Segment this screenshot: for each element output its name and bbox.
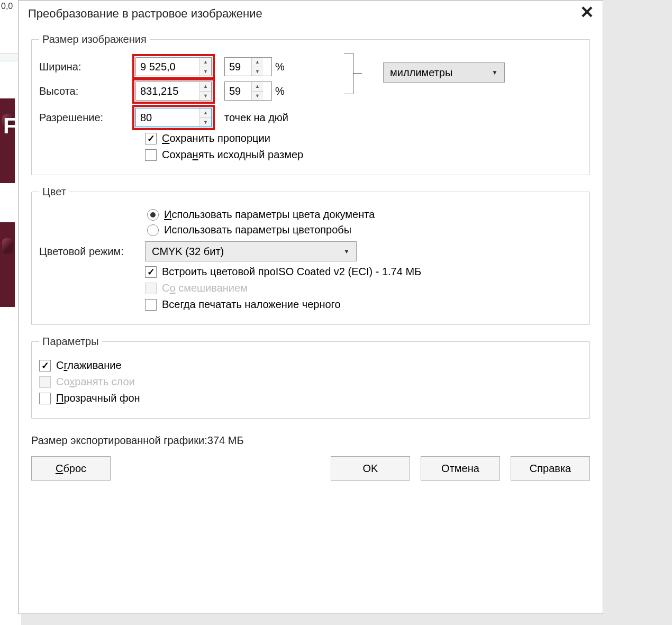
height-input[interactable]: [136, 82, 199, 100]
dithering-checkbox: Со смешиванием: [145, 282, 582, 294]
units-dropdown[interactable]: миллиметры ▼: [383, 62, 505, 83]
params-group: Параметры Сглаживание Сохранять слои Про…: [31, 336, 590, 419]
spinner-down-icon[interactable]: ▼: [252, 92, 263, 101]
resolution-unit: точек на дюй: [224, 112, 288, 124]
checkbox-icon: [145, 133, 157, 144]
height-pct-spinner[interactable]: ▲▼: [224, 81, 272, 101]
pct-symbol: %: [275, 85, 285, 97]
keep-ratio-checkbox[interactable]: ССохранить пропорцииохранить пропорции: [145, 132, 582, 144]
cancel-button[interactable]: Отмена: [421, 456, 500, 481]
dithering-label: Со смешиванием: [162, 282, 248, 294]
dialog-title: Преобразование в растровое изображение: [28, 7, 262, 20]
width-label: Ширина:: [39, 61, 134, 73]
spinner-down-icon[interactable]: ▼: [200, 92, 211, 101]
radio-icon: [147, 224, 159, 236]
color-mode-label: Цветовой режим:: [39, 246, 145, 258]
embed-profile-checkbox[interactable]: Встроить цветовой проISO Coated v2 (ECI)…: [145, 266, 582, 278]
rasterize-dialog: Преобразование в растровое изображение ✕…: [18, 0, 603, 614]
keep-layers-label: Сохранять слои: [56, 376, 135, 388]
width-pct-input[interactable]: [225, 58, 251, 76]
resolution-input[interactable]: [136, 108, 199, 126]
embed-profile-label: Встроить цветовой проISO Coated v2 (ECI)…: [162, 266, 421, 278]
canvas-strip-2: [0, 222, 15, 307]
black-overprint-label: Всегда печатать наложение черного: [162, 298, 341, 311]
help-button[interactable]: Справка: [511, 456, 590, 481]
aspect-link-bracket: [344, 53, 353, 94]
export-size-info: Размер экспортированной графики: 374 МБ: [19, 429, 603, 447]
resolution-label: Разрешение:: [39, 112, 134, 124]
radio-icon: [147, 209, 159, 221]
spinner-up-icon[interactable]: ▲: [252, 82, 263, 92]
transparent-bg-label: Прозрачный фон: [56, 392, 140, 404]
pct-symbol: %: [275, 61, 285, 73]
checkbox-icon: [145, 299, 157, 311]
checkbox-icon: [39, 393, 51, 404]
close-icon: ✕: [580, 3, 594, 22]
color-mode-dropdown[interactable]: CMYK (32 бит) ▼: [145, 241, 357, 261]
spinner-up-icon[interactable]: ▲: [200, 108, 211, 118]
export-size-value: 374 МБ: [207, 434, 244, 447]
color-mode-value: CMYK (32 бит): [152, 246, 224, 258]
resolution-spinner[interactable]: ▲▼: [135, 108, 212, 127]
dialog-titlebar: Преобразование в растровое изображение ✕: [19, 1, 603, 28]
chevron-down-icon: ▼: [343, 248, 350, 255]
spinner-down-icon[interactable]: ▼: [252, 67, 263, 76]
width-pct-spinner[interactable]: ▲▼: [224, 57, 272, 76]
use-proof-color-radio[interactable]: Использовать параметры цветопробы: [147, 224, 582, 236]
use-proof-label: Использовать параметры цветопробы: [164, 224, 351, 236]
spinner-down-icon[interactable]: ▼: [200, 67, 211, 76]
ok-button[interactable]: OK: [331, 456, 410, 481]
spinner-up-icon[interactable]: ▲: [252, 58, 263, 67]
canvas-strip-1: [0, 98, 15, 183]
height-spinner[interactable]: ▲▼: [135, 81, 212, 101]
keep-source-label: Сохранять исходный размер: [162, 149, 303, 161]
close-button[interactable]: ✕: [576, 3, 597, 24]
checkbox-icon: [39, 360, 51, 372]
keep-source-checkbox[interactable]: Сохранять исходный размер: [145, 149, 582, 161]
width-input[interactable]: [136, 58, 199, 76]
color-legend: Цвет: [39, 186, 69, 198]
antialias-label: Сглаживание: [56, 359, 122, 372]
reset-button[interactable]: Сброс: [31, 456, 111, 481]
chevron-down-icon: ▼: [492, 69, 498, 76]
transparent-bg-checkbox[interactable]: Прозрачный фон: [39, 392, 582, 404]
params-legend: Параметры: [39, 336, 102, 348]
keep-layers-checkbox: Сохранять слои: [39, 376, 582, 388]
spinner-up-icon[interactable]: ▲: [200, 58, 211, 67]
spinner-down-icon[interactable]: ▼: [200, 118, 211, 127]
checkbox-icon: [145, 149, 157, 161]
height-label: Высота:: [39, 85, 134, 97]
checkbox-icon: [145, 266, 157, 278]
antialias-checkbox[interactable]: Сглаживание: [39, 359, 582, 372]
black-overprint-checkbox[interactable]: Всегда печатать наложение черного: [145, 298, 582, 311]
width-spinner[interactable]: ▲▼: [135, 57, 212, 76]
aspect-link-dash: [353, 73, 362, 74]
use-doc-label: Использовать параметры цвета документа: [164, 209, 375, 221]
color-group: Цвет Использовать параметры цвета докуме…: [31, 186, 590, 325]
ruler-value: 0,0: [1, 2, 13, 11]
checkbox-icon: [39, 376, 51, 388]
height-pct-input[interactable]: [225, 82, 251, 100]
keep-ratio-label: ССохранить пропорцииохранить пропорции: [162, 132, 270, 144]
use-document-color-radio[interactable]: Использовать параметры цвета документа: [147, 209, 582, 221]
canvas-letter: F: [3, 113, 17, 139]
image-size-legend: Размер изображения: [39, 33, 150, 46]
image-size-group: Размер изображения Ширина: ▲▼ ▲▼ % Высот: [31, 33, 590, 175]
checkbox-icon: [145, 283, 157, 294]
spinner-up-icon[interactable]: ▲: [200, 82, 211, 92]
units-value: миллиметры: [390, 67, 452, 79]
